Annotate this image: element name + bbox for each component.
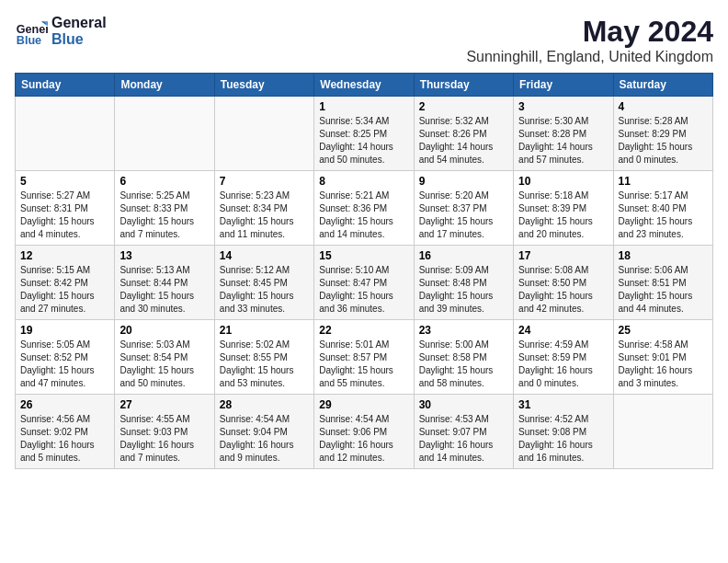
calendar-cell: 28Sunrise: 4:54 AMSunset: 9:04 PMDayligh… — [214, 395, 313, 469]
day-number: 8 — [319, 175, 408, 188]
day-number: 5 — [20, 175, 109, 188]
day-number: 12 — [20, 249, 109, 262]
day-info: Sunrise: 5:34 AMSunset: 8:25 PMDaylight:… — [319, 115, 408, 167]
calendar-cell: 25Sunrise: 4:58 AMSunset: 9:01 PMDayligh… — [613, 320, 712, 395]
day-number: 31 — [518, 398, 608, 411]
day-info: Sunrise: 5:00 AMSunset: 8:58 PMDaylight:… — [419, 339, 508, 390]
calendar-cell: 22Sunrise: 5:01 AMSunset: 8:57 PMDayligh… — [314, 320, 414, 395]
calendar-cell: 23Sunrise: 5:00 AMSunset: 8:58 PMDayligh… — [414, 320, 513, 395]
calendar-cell: 17Sunrise: 5:08 AMSunset: 8:50 PMDayligh… — [514, 246, 613, 320]
calendar-cell: 18Sunrise: 5:06 AMSunset: 8:51 PMDayligh… — [613, 246, 712, 320]
calendar-cell: 31Sunrise: 4:52 AMSunset: 9:08 PMDayligh… — [514, 395, 613, 469]
day-number: 2 — [419, 100, 508, 113]
logo-icon: General Blue — [15, 15, 48, 48]
day-number: 23 — [419, 324, 508, 337]
day-number: 7 — [220, 175, 309, 188]
day-number: 20 — [119, 324, 209, 337]
day-number: 11 — [619, 175, 708, 188]
calendar-cell: 2Sunrise: 5:32 AMSunset: 8:26 PMDaylight… — [414, 97, 513, 171]
calendar-cell — [16, 97, 115, 171]
day-info: Sunrise: 5:25 AMSunset: 8:33 PMDaylight:… — [119, 190, 209, 241]
calendar-cell: 24Sunrise: 4:59 AMSunset: 8:59 PMDayligh… — [514, 320, 613, 395]
calendar-cell: 1Sunrise: 5:34 AMSunset: 8:25 PMDaylight… — [314, 97, 414, 171]
calendar-cell: 14Sunrise: 5:12 AMSunset: 8:45 PMDayligh… — [214, 246, 313, 320]
calendar-cell: 19Sunrise: 5:05 AMSunset: 8:52 PMDayligh… — [16, 320, 115, 395]
calendar-cell: 16Sunrise: 5:09 AMSunset: 8:48 PMDayligh… — [414, 246, 513, 320]
day-info: Sunrise: 5:15 AMSunset: 8:42 PMDaylight:… — [20, 264, 109, 316]
day-info: Sunrise: 4:53 AMSunset: 9:07 PMDaylight:… — [419, 413, 508, 465]
calendar-cell: 15Sunrise: 5:10 AMSunset: 8:47 PMDayligh… — [314, 246, 414, 320]
calendar-cell: 10Sunrise: 5:18 AMSunset: 8:39 PMDayligh… — [514, 171, 613, 246]
day-number: 4 — [619, 100, 708, 113]
day-info: Sunrise: 5:28 AMSunset: 8:29 PMDaylight:… — [619, 115, 708, 167]
calendar-cell: 27Sunrise: 4:55 AMSunset: 9:03 PMDayligh… — [115, 395, 214, 469]
day-number: 28 — [220, 398, 309, 411]
calendar-cell: 7Sunrise: 5:23 AMSunset: 8:34 PMDaylight… — [214, 171, 313, 246]
day-info: Sunrise: 4:59 AMSunset: 8:59 PMDaylight:… — [518, 339, 608, 390]
calendar-cell: 5Sunrise: 5:27 AMSunset: 8:31 PMDaylight… — [16, 171, 115, 246]
day-header-tuesday: Tuesday — [214, 74, 313, 97]
day-info: Sunrise: 5:05 AMSunset: 8:52 PMDaylight:… — [20, 339, 109, 390]
calendar-cell: 13Sunrise: 5:13 AMSunset: 8:44 PMDayligh… — [115, 246, 214, 320]
calendar-cell — [613, 395, 712, 469]
day-header-row: SundayMondayTuesdayWednesdayThursdayFrid… — [16, 74, 713, 97]
logo-general: General — [51, 15, 107, 31]
title-area: May 2024 Sunninghill, England, United Ki… — [466, 15, 713, 65]
day-info: Sunrise: 5:27 AMSunset: 8:31 PMDaylight:… — [20, 190, 109, 241]
day-info: Sunrise: 5:18 AMSunset: 8:39 PMDaylight:… — [518, 190, 608, 241]
day-number: 24 — [518, 324, 608, 337]
calendar-cell: 9Sunrise: 5:20 AMSunset: 8:37 PMDaylight… — [414, 171, 513, 246]
day-info: Sunrise: 5:30 AMSunset: 8:28 PMDaylight:… — [518, 115, 608, 167]
day-number: 13 — [119, 249, 209, 262]
day-header-thursday: Thursday — [414, 74, 513, 97]
calendar-cell: 12Sunrise: 5:15 AMSunset: 8:42 PMDayligh… — [16, 246, 115, 320]
day-number: 15 — [319, 249, 408, 262]
logo-blue: Blue — [51, 31, 107, 48]
day-header-saturday: Saturday — [613, 74, 712, 97]
day-info: Sunrise: 5:10 AMSunset: 8:47 PMDaylight:… — [319, 264, 408, 316]
day-info: Sunrise: 5:17 AMSunset: 8:40 PMDaylight:… — [619, 190, 708, 241]
calendar-cell: 6Sunrise: 5:25 AMSunset: 8:33 PMDaylight… — [115, 171, 214, 246]
calendar-cell: 21Sunrise: 5:02 AMSunset: 8:55 PMDayligh… — [214, 320, 313, 395]
day-info: Sunrise: 5:02 AMSunset: 8:55 PMDaylight:… — [220, 339, 309, 390]
day-info: Sunrise: 5:20 AMSunset: 8:37 PMDaylight:… — [419, 190, 508, 241]
month-title: May 2024 — [466, 15, 713, 49]
day-info: Sunrise: 4:55 AMSunset: 9:03 PMDaylight:… — [119, 413, 209, 465]
day-info: Sunrise: 5:32 AMSunset: 8:26 PMDaylight:… — [419, 115, 508, 167]
calendar-week-1: 1Sunrise: 5:34 AMSunset: 8:25 PMDaylight… — [16, 97, 713, 171]
day-number: 16 — [419, 249, 508, 262]
day-header-friday: Friday — [514, 74, 613, 97]
day-info: Sunrise: 5:13 AMSunset: 8:44 PMDaylight:… — [119, 264, 209, 316]
logo: General Blue General Blue — [15, 15, 107, 48]
day-number: 30 — [419, 398, 508, 411]
day-info: Sunrise: 5:21 AMSunset: 8:36 PMDaylight:… — [319, 190, 408, 241]
day-header-wednesday: Wednesday — [314, 74, 414, 97]
calendar-table: SundayMondayTuesdayWednesdayThursdayFrid… — [15, 73, 713, 469]
day-info: Sunrise: 5:03 AMSunset: 8:54 PMDaylight:… — [119, 339, 209, 390]
day-info: Sunrise: 5:06 AMSunset: 8:51 PMDaylight:… — [619, 264, 708, 316]
day-number: 22 — [319, 324, 408, 337]
calendar-week-2: 5Sunrise: 5:27 AMSunset: 8:31 PMDaylight… — [16, 171, 713, 246]
calendar-cell — [214, 97, 313, 171]
day-info: Sunrise: 5:01 AMSunset: 8:57 PMDaylight:… — [319, 339, 408, 390]
calendar-cell: 8Sunrise: 5:21 AMSunset: 8:36 PMDaylight… — [314, 171, 414, 246]
day-info: Sunrise: 5:12 AMSunset: 8:45 PMDaylight:… — [220, 264, 309, 316]
day-info: Sunrise: 5:09 AMSunset: 8:48 PMDaylight:… — [419, 264, 508, 316]
calendar-cell: 11Sunrise: 5:17 AMSunset: 8:40 PMDayligh… — [613, 171, 712, 246]
day-number: 18 — [619, 249, 708, 262]
calendar-cell: 3Sunrise: 5:30 AMSunset: 8:28 PMDaylight… — [514, 97, 613, 171]
day-number: 3 — [518, 100, 608, 113]
day-info: Sunrise: 4:56 AMSunset: 9:02 PMDaylight:… — [20, 413, 109, 465]
day-header-sunday: Sunday — [16, 74, 115, 97]
calendar-week-4: 19Sunrise: 5:05 AMSunset: 8:52 PMDayligh… — [16, 320, 713, 395]
day-info: Sunrise: 4:52 AMSunset: 9:08 PMDaylight:… — [518, 413, 608, 465]
calendar-week-5: 26Sunrise: 4:56 AMSunset: 9:02 PMDayligh… — [16, 395, 713, 469]
day-info: Sunrise: 5:08 AMSunset: 8:50 PMDaylight:… — [518, 264, 608, 316]
day-number: 6 — [119, 175, 209, 188]
day-number: 9 — [419, 175, 508, 188]
day-info: Sunrise: 4:54 AMSunset: 9:04 PMDaylight:… — [220, 413, 309, 465]
day-number: 27 — [119, 398, 209, 411]
day-number: 19 — [20, 324, 109, 337]
day-number: 26 — [20, 398, 109, 411]
calendar-cell: 4Sunrise: 5:28 AMSunset: 8:29 PMDaylight… — [613, 97, 712, 171]
